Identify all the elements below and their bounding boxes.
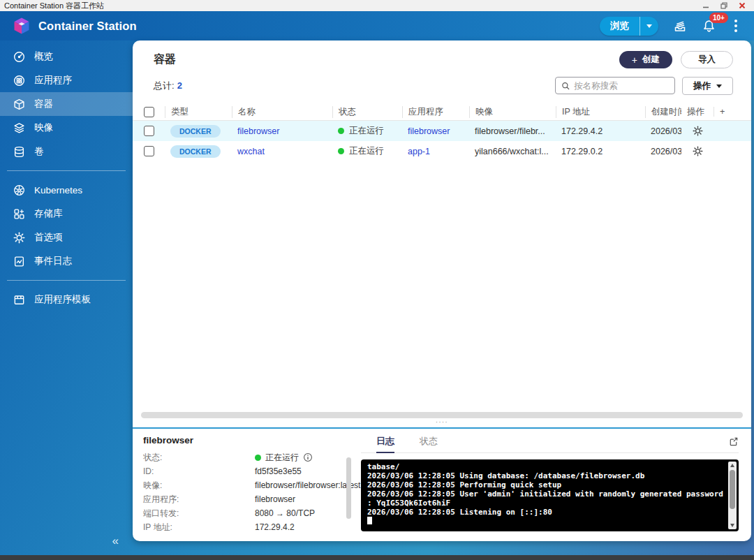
log-line: 2026/03/06 12:28:05 Listening on [::]:80 bbox=[367, 508, 723, 517]
status-dot bbox=[338, 128, 344, 134]
tab-logs[interactable]: 日志 bbox=[376, 435, 394, 453]
column-header-created[interactable]: 创建时间 bbox=[645, 106, 681, 118]
row-settings-gear-icon[interactable] bbox=[681, 146, 714, 156]
field-value: filebrowser bbox=[255, 492, 295, 506]
more-options-icon[interactable] bbox=[730, 18, 741, 34]
notifications-bell-icon[interactable]: 10+ bbox=[702, 19, 716, 34]
field-label: IP 地址: bbox=[143, 520, 255, 534]
kubernetes-helm-icon bbox=[13, 184, 25, 196]
log-line: 2026/03/06 12:28:05 User 'admin' initial… bbox=[367, 490, 723, 499]
plus-icon: + bbox=[632, 54, 637, 66]
sidebar-item-event-logs[interactable]: 事件日志 bbox=[0, 249, 133, 273]
select-all-checkbox[interactable] bbox=[144, 107, 154, 117]
container-cube-icon bbox=[13, 98, 25, 110]
sidebar-divider bbox=[7, 280, 126, 281]
header-actions: 浏览 10+ bbox=[600, 17, 741, 36]
app-title: Container Station bbox=[38, 20, 137, 33]
container-station-logo bbox=[13, 17, 31, 35]
sidebar-item-kubernetes[interactable]: Kubernetes bbox=[0, 178, 133, 202]
column-header-name[interactable]: 名称 bbox=[232, 106, 332, 118]
field-label: 状态: bbox=[143, 450, 255, 464]
background-tasks-icon[interactable] bbox=[672, 18, 688, 34]
scroll-up-arrow[interactable] bbox=[730, 464, 734, 467]
total-value: 2 bbox=[177, 80, 182, 91]
container-name-link[interactable]: wxchat bbox=[237, 147, 265, 156]
row-settings-gear-icon[interactable] bbox=[681, 126, 714, 136]
content-area: 容器 + 创建 导入 总计:2 bbox=[133, 40, 754, 555]
registry-grid-icon bbox=[13, 208, 25, 220]
sidebar-item-app-templates[interactable]: 应用程序模板 bbox=[0, 288, 133, 311]
main-area: 概览 应用程序 容器 映像 卷 bbox=[0, 40, 754, 555]
docker-badge: DOCKER bbox=[170, 145, 221, 158]
status-text: 正在运行 bbox=[349, 145, 384, 157]
log-line: 2026/03/06 12:28:05 Using database: /dat… bbox=[367, 472, 723, 481]
tab-status[interactable]: 状态 bbox=[420, 435, 438, 453]
column-header-type[interactable]: 类型 bbox=[165, 106, 232, 118]
field-value: fd5f35e3e55 bbox=[255, 464, 302, 478]
field-value: 8080 → 80/TCP bbox=[255, 506, 315, 520]
sidebar-item-applications[interactable]: 应用程序 bbox=[0, 68, 133, 92]
log-pane: 日志 状态 tabase/ 2026/03/06 12:28:05 Using … bbox=[361, 435, 739, 531]
containers-card: 容器 + 创建 导入 总计:2 bbox=[133, 40, 751, 541]
gear-icon bbox=[13, 232, 25, 244]
application-link[interactable]: filebrowser bbox=[408, 126, 450, 136]
status-text: 正在运行 bbox=[349, 125, 384, 137]
column-header-application[interactable]: 应用程序 bbox=[402, 106, 469, 118]
horizontal-scrollbar[interactable] bbox=[141, 412, 743, 418]
row-checkbox[interactable] bbox=[144, 126, 154, 136]
created-cell: 2026/03 bbox=[645, 126, 681, 136]
window-title: Container Station 容器工作站 bbox=[4, 1, 104, 11]
sidebar-item-containers[interactable]: 容器 bbox=[0, 92, 133, 116]
app-window: Container Station 容器工作站 Container Statio… bbox=[0, 0, 754, 560]
detail-scrollbar[interactable] bbox=[346, 457, 351, 519]
column-header-status[interactable]: 状态 bbox=[332, 106, 402, 118]
card-header: 容器 + 创建 导入 bbox=[133, 40, 751, 68]
sidebar-item-images[interactable]: 映像 bbox=[0, 116, 133, 140]
container-detail: filebrowser 状态: 正在运行 ID:fd5f35e3e55 映像:f… bbox=[143, 435, 353, 531]
browse-dropdown-caret[interactable] bbox=[640, 17, 658, 36]
restore-icon[interactable] bbox=[719, 1, 729, 10]
terminal-scrollbar[interactable] bbox=[728, 462, 737, 529]
page-title: 容器 bbox=[154, 52, 176, 67]
table-row[interactable]: DOCKER wxchat 正在运行 app-1 yilan666/wxchat… bbox=[133, 141, 751, 161]
container-name-link[interactable]: filebrowser bbox=[237, 126, 279, 136]
open-external-icon[interactable] bbox=[728, 436, 739, 452]
sidebar-collapse-icon[interactable]: « bbox=[112, 534, 119, 548]
application-link[interactable]: app-1 bbox=[408, 147, 430, 156]
minimize-icon[interactable] bbox=[701, 1, 711, 10]
chevron-down-icon bbox=[716, 84, 722, 88]
sidebar-item-volumes[interactable]: 卷 bbox=[0, 140, 133, 163]
panel-resize-handle[interactable]: ···· bbox=[133, 418, 751, 427]
import-button[interactable]: 导入 bbox=[681, 51, 733, 68]
detail-panel: filebrowser 状态: 正在运行 ID:fd5f35e3e55 映像:f… bbox=[133, 429, 751, 541]
field-label: 应用程序: bbox=[143, 492, 255, 506]
browse-button[interactable]: 浏览 bbox=[600, 17, 640, 36]
table-row[interactable]: DOCKER filebrowser 正在运行 filebrowser file… bbox=[133, 121, 751, 141]
info-icon[interactable] bbox=[303, 452, 313, 462]
actions-dropdown-button[interactable]: 操作 bbox=[682, 77, 733, 95]
scrollbar-thumb[interactable] bbox=[730, 470, 735, 509]
add-column-button[interactable]: + bbox=[714, 107, 751, 117]
close-icon[interactable] bbox=[737, 1, 747, 10]
scroll-down-arrow[interactable] bbox=[730, 524, 734, 527]
sidebar-item-overview[interactable]: 概览 bbox=[0, 45, 133, 68]
detail-title: filebrowser bbox=[143, 435, 343, 445]
log-line: tabase/ bbox=[367, 463, 723, 472]
layers-icon bbox=[13, 122, 25, 134]
column-header-actions[interactable]: 操作 bbox=[681, 106, 714, 118]
sidebar-item-registries[interactable]: 存储库 bbox=[0, 202, 133, 226]
create-button[interactable]: + 创建 bbox=[619, 51, 672, 68]
column-header-ip[interactable]: IP 地址 bbox=[556, 106, 645, 118]
total-count: 总计:2 bbox=[154, 80, 182, 92]
column-header-image[interactable]: 映像 bbox=[469, 106, 556, 118]
ip-cell: 172.29.4.2 bbox=[556, 126, 645, 136]
row-checkbox[interactable] bbox=[144, 146, 154, 156]
detail-status-value: 正在运行 bbox=[265, 450, 299, 464]
browse-split-button: 浏览 bbox=[600, 17, 658, 36]
sidebar: 概览 应用程序 容器 映像 卷 bbox=[0, 40, 133, 555]
search-input[interactable] bbox=[574, 81, 669, 91]
sidebar-item-preferences[interactable]: 首选项 bbox=[0, 226, 133, 249]
field-label: ID: bbox=[143, 464, 255, 478]
database-icon bbox=[13, 146, 25, 158]
table-header-row: 类型 名称 状态 应用程序 映像 IP 地址 创建时间 操作 + bbox=[133, 103, 751, 121]
